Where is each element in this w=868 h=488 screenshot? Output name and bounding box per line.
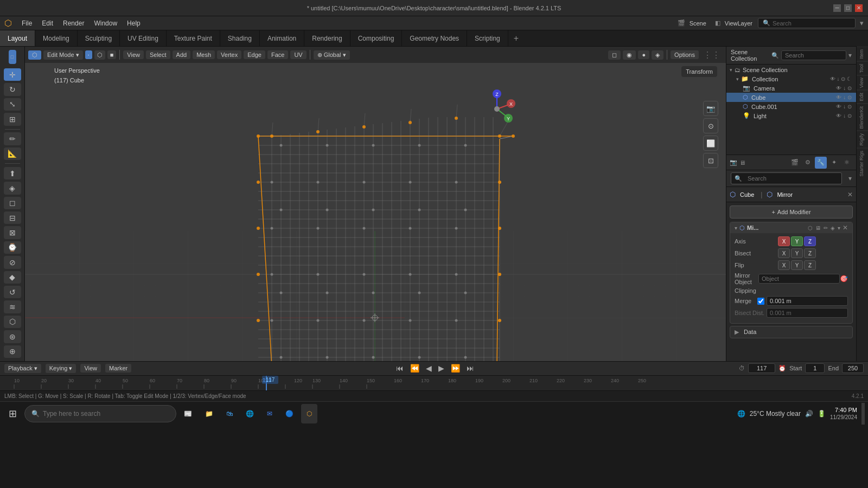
viewport-mode-icon[interactable]: ⬡ — [28, 50, 41, 60]
jump-start-btn[interactable]: ⏮ — [394, 364, 405, 373]
add-modifier-button[interactable]: + Add Modifier — [730, 206, 853, 219]
zoom-to-selected-btn[interactable]: ⊙ — [703, 118, 718, 133]
scene-search-bar[interactable]: 🔍 Search — [758, 18, 856, 28]
next-keyframe-btn[interactable]: ⏩ — [449, 364, 462, 373]
loop-cut-tool[interactable]: ⊟ — [4, 211, 21, 224]
cube-visibility[interactable]: 👁 ↓ ⊙ — [836, 94, 852, 100]
camera-view-btn[interactable]: 📷 — [703, 101, 718, 116]
cube001-visibility[interactable]: 👁 ↓ ⊙ — [836, 104, 852, 110]
push-pull-tool[interactable]: ⊕ — [4, 345, 21, 358]
camera-frame-btn[interactable]: ⬜ — [703, 136, 718, 151]
outliner-item-camera[interactable]: 📷 Camera 👁 ↓ ⊙ — [726, 84, 856, 93]
merge-checkbox[interactable] — [757, 298, 764, 305]
select-menu[interactable]: Select — [146, 50, 170, 59]
bisect-tool[interactable]: ⊘ — [4, 256, 21, 268]
transform-tool[interactable]: ⊞ — [4, 113, 21, 125]
modifier-name-label[interactable]: Mi... — [747, 224, 758, 231]
bevel-tool[interactable]: ◻ — [4, 197, 21, 209]
mesh-menu[interactable]: Mesh — [193, 50, 215, 59]
collection-visibility-icon[interactable]: 👁 ↓ ⊙ ☾ — [830, 76, 852, 82]
add-workspace-button[interactable]: + — [508, 30, 524, 46]
prev-keyframe-btn[interactable]: ⏪ — [409, 364, 421, 373]
modifier-edit-icon[interactable]: ✏ — [823, 225, 828, 231]
face-menu[interactable]: Face — [267, 50, 288, 59]
edge-slide-tool[interactable]: ⬡ — [4, 316, 21, 328]
select-box-tool[interactable]: □ — [9, 50, 16, 64]
poly-build-tool[interactable]: ◆ — [4, 271, 21, 284]
viewport-shading-render[interactable]: ◈ — [652, 50, 663, 60]
face-select-mode[interactable]: ■ — [107, 50, 117, 59]
tab-compositing[interactable]: Compositing — [350, 30, 403, 46]
close-button[interactable]: ✕ — [855, 4, 863, 12]
marker-menu[interactable]: Marker — [105, 364, 131, 373]
show-desktop-btn[interactable] — [861, 403, 865, 425]
taskbar-widgets-btn[interactable]: 📰 — [178, 404, 197, 423]
tab-texture-paint[interactable]: Texture Paint — [167, 30, 220, 46]
data-section[interactable]: ▶ Data — [730, 326, 853, 338]
props-filter-icon[interactable]: ▾ — [848, 175, 852, 182]
start-frame-input[interactable] — [805, 363, 825, 373]
prop-tab-physics[interactable]: ⚛ — [841, 157, 853, 169]
tab-uv-editing[interactable]: UV Editing — [120, 30, 167, 46]
viewport-mode-dropdown[interactable]: Edit Mode ▾ — [43, 50, 83, 60]
tab-rendering[interactable]: Rendering — [304, 30, 350, 46]
viewport-shading-wire[interactable]: ◻ — [608, 50, 621, 60]
filter-icon-outliner[interactable]: ▾ — [848, 52, 852, 59]
view-timeline-menu[interactable]: View — [80, 364, 101, 373]
modifier-realtime-icon[interactable]: ⬡ — [807, 225, 813, 231]
mirror-object-picker[interactable]: 🎯 — [840, 275, 848, 282]
play-reverse-btn[interactable]: ◀ — [424, 364, 433, 373]
viewport[interactable]: ⬡ Edit Mode ▾ · ⬡ ■ View Select Add Mesh… — [25, 47, 726, 361]
clock-display[interactable]: 7:40 PM 11/29/2024 — [830, 406, 857, 421]
sidebar-view[interactable]: View — [857, 75, 868, 90]
merge-value-input[interactable] — [767, 296, 848, 306]
move-tool[interactable]: ✛ — [4, 68, 21, 81]
taskbar-edge-btn[interactable]: 🌐 — [240, 404, 259, 423]
flip-x-button[interactable]: X — [778, 260, 790, 270]
vertex-select-mode[interactable]: · — [85, 50, 92, 59]
sidebar-tool[interactable]: Tool — [857, 61, 868, 75]
axis-x-button[interactable]: X — [778, 236, 790, 246]
uv-menu[interactable]: UV — [290, 50, 306, 59]
menu-help[interactable]: Help — [123, 18, 145, 28]
bisect-z-button[interactable]: Z — [804, 248, 816, 258]
taskbar-explorer-btn[interactable]: 📁 — [200, 404, 219, 423]
sidebar-rigify[interactable]: Rigify — [857, 131, 868, 148]
vertex-menu[interactable]: Vertex — [217, 50, 241, 59]
tab-geometry-nodes[interactable]: Geometry Nodes — [402, 30, 467, 46]
viewport-shading-material[interactable]: ● — [638, 50, 649, 59]
annotate-tool[interactable]: ✏ — [4, 132, 21, 145]
modifier-close-button[interactable]: ✕ — [843, 224, 848, 232]
minimize-button[interactable]: ─ — [833, 4, 841, 12]
bisect-x-button[interactable]: X — [778, 248, 790, 258]
jump-end-btn[interactable]: ⏭ — [465, 364, 476, 373]
volume-icon[interactable]: 🔊 — [805, 410, 813, 418]
camera-visibility[interactable]: 👁 ↓ ⊙ — [836, 85, 852, 91]
sidebar-edit[interactable]: Edit — [857, 90, 868, 104]
taskbar-mail-btn[interactable]: ✉ — [261, 404, 278, 423]
mesh-viewport[interactable]: Z Y X — [25, 47, 726, 361]
props-search-input[interactable] — [744, 174, 838, 183]
modifier-render-icon[interactable]: 🖥 — [815, 225, 821, 231]
flip-z-button[interactable]: Z — [804, 260, 816, 270]
taskbar-chrome-btn[interactable]: 🔵 — [280, 404, 299, 423]
menu-edit[interactable]: Edit — [37, 18, 58, 28]
menu-window[interactable]: Window — [90, 18, 122, 28]
spin-tool[interactable]: ↺ — [4, 286, 21, 298]
outliner-item-collection[interactable]: ▾ 📁 Collection 👁 ↓ ⊙ ☾ — [726, 74, 856, 84]
taskbar-blender-btn[interactable]: ⬡ — [301, 404, 317, 423]
prop-tab-render[interactable]: 🎬 — [789, 157, 801, 169]
maximize-button[interactable]: □ — [844, 4, 852, 12]
outliner-search-input[interactable] — [781, 50, 846, 60]
extrude-tool[interactable]: ⬆ — [4, 167, 21, 179]
knife-tool[interactable]: ⌚ — [4, 241, 21, 254]
modifier-expand-icon[interactable]: ▾ — [735, 225, 737, 231]
inset-tool[interactable]: ◈ — [4, 182, 21, 194]
taskbar-search-bar[interactable]: 🔍 — [24, 405, 176, 422]
end-frame-input[interactable] — [842, 363, 864, 373]
tab-modeling[interactable]: Modeling — [35, 30, 78, 46]
options-button[interactable]: Options — [671, 50, 699, 59]
offset-edge-tool[interactable]: ⊠ — [4, 226, 21, 239]
playback-menu[interactable]: Playback ▾ — [4, 364, 41, 373]
viewport-options-icon[interactable]: ⋮⋮ — [701, 50, 723, 60]
